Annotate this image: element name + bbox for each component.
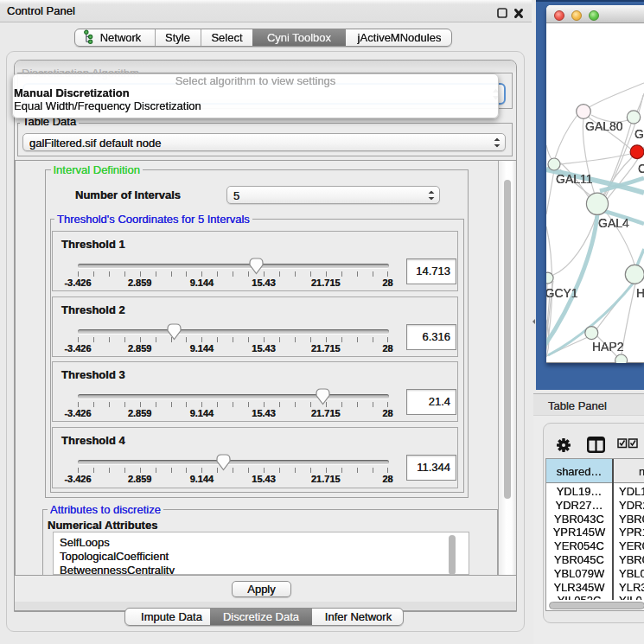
svg-text:HAP2: HAP2 <box>592 340 624 354</box>
svg-text:H: H <box>636 286 644 300</box>
svg-text:GAL11: GAL11 <box>556 172 593 186</box>
svg-text:C: C <box>638 162 644 175</box>
svg-text:GAL80: GAL80 <box>585 119 623 133</box>
svg-text:GA: GA <box>634 127 644 141</box>
svg-text:GCY1: GCY1 <box>546 286 578 300</box>
svg-text:GAL4: GAL4 <box>598 216 629 230</box>
